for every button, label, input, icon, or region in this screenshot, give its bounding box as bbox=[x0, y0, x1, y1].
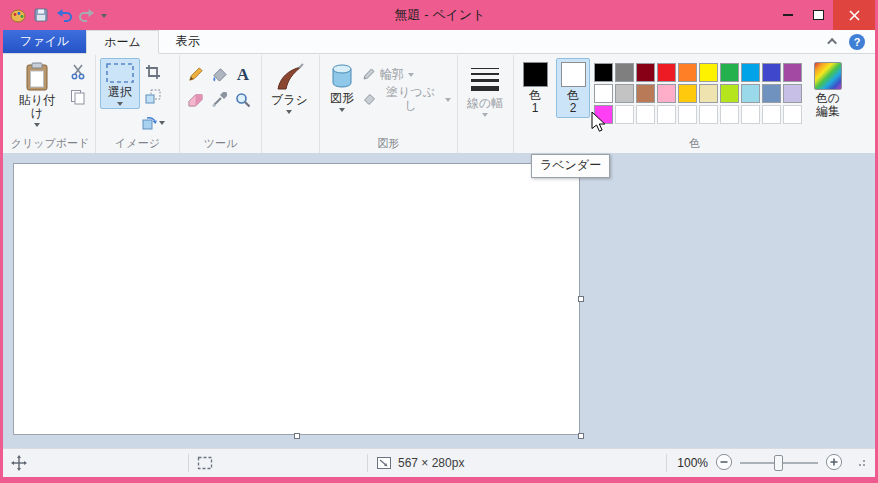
group-brushes: ブラシ bbox=[261, 55, 319, 153]
color-swatch[interactable] bbox=[699, 84, 718, 103]
group-clipboard: 貼り付け クリップボード bbox=[5, 55, 95, 153]
cut-button[interactable] bbox=[65, 60, 91, 84]
crop-button[interactable] bbox=[140, 60, 166, 84]
canvas-size-text: 567 × 280px bbox=[398, 456, 464, 470]
edit-colors-button[interactable]: 色の 編集 bbox=[806, 58, 850, 121]
paste-button[interactable]: 貼り付け bbox=[9, 58, 65, 130]
shape-style-options: 輪郭 塗りつぶし bbox=[360, 62, 453, 111]
minimize-button[interactable] bbox=[773, 0, 803, 30]
pencil-icon bbox=[187, 66, 204, 83]
group-tools: A ツール bbox=[179, 55, 261, 153]
colors-group-label: 色 bbox=[514, 136, 875, 151]
color-swatch[interactable] bbox=[741, 84, 760, 103]
magnifier-button[interactable] bbox=[232, 88, 254, 112]
group-colors: 色 1 色 2 色の 編集 色 bbox=[513, 55, 875, 153]
quick-access-toolbar bbox=[3, 6, 107, 24]
selection-size-segment bbox=[189, 449, 367, 477]
rotate-icon bbox=[141, 114, 157, 130]
clipboard-small-buttons bbox=[65, 60, 91, 109]
color-swatch[interactable] bbox=[615, 63, 634, 82]
canvas-size-segment: 567 × 280px bbox=[368, 449, 666, 477]
color-swatch-empty[interactable] bbox=[699, 105, 718, 124]
color-swatch[interactable] bbox=[594, 84, 613, 103]
pencil-button[interactable] bbox=[184, 62, 206, 86]
select-button[interactable]: 選択 bbox=[100, 58, 140, 109]
color2-button[interactable]: 色 2 bbox=[556, 58, 590, 118]
zoom-out-button[interactable] bbox=[715, 453, 733, 474]
color-swatch-empty[interactable] bbox=[636, 105, 655, 124]
color-swatch[interactable] bbox=[720, 63, 739, 82]
resize-grip[interactable] bbox=[850, 457, 869, 470]
tab-home[interactable]: ホーム bbox=[86, 30, 159, 54]
color-swatch[interactable] bbox=[741, 63, 760, 82]
redo-icon[interactable] bbox=[78, 6, 96, 24]
shape-fill-label: 塗りつぶし bbox=[380, 86, 441, 112]
canvas-resize-handle-right[interactable] bbox=[578, 296, 584, 302]
color-swatch-empty[interactable] bbox=[657, 105, 676, 124]
color-swatch[interactable] bbox=[636, 84, 655, 103]
shapes-button[interactable]: 図形 bbox=[324, 58, 360, 115]
outline-dropdown-icon bbox=[408, 73, 414, 77]
color-swatch-empty[interactable] bbox=[615, 105, 634, 124]
color-swatch[interactable] bbox=[783, 63, 802, 82]
tab-file[interactable]: ファイル bbox=[3, 30, 86, 53]
text-tool-button[interactable]: A bbox=[232, 62, 254, 86]
drawing-canvas[interactable] bbox=[13, 163, 580, 435]
color-swatch-empty[interactable] bbox=[678, 105, 697, 124]
maximize-icon bbox=[813, 10, 824, 20]
color-swatch[interactable] bbox=[762, 63, 781, 82]
eraser-button[interactable] bbox=[184, 88, 206, 112]
color-swatch[interactable] bbox=[678, 84, 697, 103]
color-swatch-empty[interactable] bbox=[762, 105, 781, 124]
canvas-resize-handle-bottom[interactable] bbox=[294, 433, 300, 439]
outline-pen-icon bbox=[362, 67, 376, 81]
color-swatch[interactable] bbox=[594, 63, 613, 82]
color-swatch-empty[interactable] bbox=[720, 105, 739, 124]
color-swatch-empty[interactable] bbox=[741, 105, 760, 124]
ribbon: 貼り付け クリップボード 選択 bbox=[3, 54, 875, 153]
brushes-button[interactable]: ブラシ bbox=[266, 58, 313, 117]
help-icon[interactable]: ? bbox=[849, 34, 865, 50]
color1-button[interactable]: 色 1 bbox=[518, 58, 552, 118]
rotate-button[interactable] bbox=[140, 110, 166, 134]
color-swatch[interactable] bbox=[783, 84, 802, 103]
color-swatch[interactable] bbox=[762, 84, 781, 103]
copy-button[interactable] bbox=[65, 85, 91, 109]
shape-fill-button[interactable]: 塗りつぶし bbox=[360, 87, 453, 111]
zoom-in-button[interactable] bbox=[825, 453, 843, 474]
color-swatch[interactable] bbox=[615, 84, 634, 103]
zoom-slider-thumb[interactable] bbox=[774, 455, 783, 471]
fill-bucket-button[interactable] bbox=[208, 62, 230, 86]
color-swatch[interactable] bbox=[636, 63, 655, 82]
shapes-dropdown-icon bbox=[339, 108, 345, 112]
save-icon[interactable] bbox=[32, 6, 50, 24]
paint-app-icon[interactable] bbox=[9, 6, 27, 24]
color-swatch-empty[interactable] bbox=[783, 105, 802, 124]
color-tooltip: ラベンダー bbox=[531, 154, 610, 178]
undo-icon[interactable] bbox=[55, 6, 73, 24]
tab-view[interactable]: 表示 bbox=[159, 30, 217, 53]
color-swatch[interactable] bbox=[699, 63, 718, 82]
ribbon-tabbar: ファイル ホーム 表示 ? bbox=[3, 30, 875, 54]
collapse-ribbon-icon[interactable] bbox=[827, 38, 837, 48]
canvas-size-icon bbox=[376, 456, 392, 470]
scissors-icon bbox=[70, 64, 86, 80]
color-swatch[interactable] bbox=[657, 63, 676, 82]
eyedropper-button[interactable] bbox=[208, 88, 230, 112]
canvas-resize-handle-corner[interactable] bbox=[578, 433, 584, 439]
color-swatch[interactable] bbox=[657, 84, 676, 103]
color-swatch[interactable] bbox=[720, 84, 739, 103]
outline-button[interactable]: 輪郭 bbox=[360, 62, 453, 86]
work-area bbox=[3, 153, 875, 448]
eraser-icon bbox=[187, 92, 204, 108]
resize-button[interactable] bbox=[140, 85, 166, 109]
line-width-button[interactable]: 線の幅 bbox=[462, 58, 508, 120]
zoom-slider[interactable] bbox=[740, 455, 818, 471]
window-controls bbox=[773, 0, 875, 30]
color-swatch[interactable] bbox=[678, 63, 697, 82]
copy-icon bbox=[70, 89, 86, 105]
close-button[interactable] bbox=[833, 0, 875, 30]
maximize-button[interactable] bbox=[803, 0, 833, 30]
outline-label: 輪郭 bbox=[380, 68, 404, 81]
zoom-segment: 100% bbox=[667, 449, 875, 477]
